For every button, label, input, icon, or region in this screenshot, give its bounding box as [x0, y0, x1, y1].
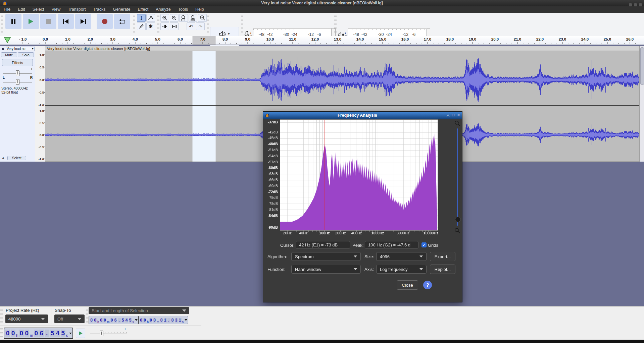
speed-slider-thumb[interactable]: [100, 331, 103, 336]
tools-grip[interactable]: [133, 14, 135, 34]
time-digit: 5: [129, 318, 132, 323]
vertical-scrollbar-thumb[interactable]: [640, 47, 644, 85]
pan-slider-thumb[interactable]: [16, 79, 19, 85]
menu-view[interactable]: View: [48, 6, 64, 13]
selection-start-field[interactable]: 00h00m06.545s: [89, 316, 139, 324]
replot-button[interactable]: Replot...: [430, 265, 455, 274]
time-field-caret-icon[interactable]: [185, 319, 187, 321]
snap-to-combo[interactable]: Off: [54, 315, 85, 323]
stop-button[interactable]: [40, 14, 56, 29]
clip-title-bar[interactable]: Very loud noise Vevor digital ultrasonic…: [45, 46, 639, 51]
zoom-grip[interactable]: [157, 14, 159, 34]
time-digit: 6: [114, 318, 117, 323]
plot-zoom-in-icon[interactable]: [454, 120, 460, 126]
db-label: -69dB: [268, 184, 278, 188]
algorithm-combo[interactable]: Spectrum: [291, 252, 361, 261]
effects-button[interactable]: Effects: [2, 59, 33, 66]
skip-to-end-button[interactable]: [75, 14, 91, 29]
menu-generate[interactable]: Generate: [109, 6, 134, 13]
time-unit: s: [182, 320, 184, 324]
menu-analyze[interactable]: Analyze: [152, 6, 174, 13]
menu-transport[interactable]: Transport: [64, 6, 89, 13]
toolbar-grip[interactable]: [1, 14, 3, 34]
skip-to-start-button[interactable]: [58, 14, 74, 29]
menu-file[interactable]: File: [0, 6, 14, 13]
plot-zoom-slider-track[interactable]: [457, 128, 458, 226]
loop-button[interactable]: [114, 14, 130, 29]
play-at-speed-button[interactable]: [76, 329, 85, 338]
plot-zoom-slider-thumb[interactable]: [455, 217, 461, 222]
grids-checkbox[interactable]: ✓: [422, 242, 427, 247]
multi-tool-button[interactable]: ✱: [146, 22, 155, 30]
record-button[interactable]: [97, 14, 113, 29]
track-collapse-icon[interactable]: ▲: [2, 156, 5, 159]
zoom-toggle-button[interactable]: [198, 14, 207, 22]
size-combo[interactable]: 4096: [376, 252, 427, 261]
selection-tool-button[interactable]: I: [137, 14, 146, 22]
zoom-in-button[interactable]: [160, 14, 169, 22]
envelope-tool-button[interactable]: [146, 14, 155, 22]
vertical-scrollbar[interactable]: [639, 46, 644, 162]
project-rate-value: 48000: [8, 317, 20, 322]
close-icon[interactable]: [639, 3, 642, 6]
export-button[interactable]: Export...: [430, 252, 455, 261]
time-unit: h: [97, 320, 99, 324]
gain-slider-thumb[interactable]: [16, 70, 19, 76]
record-meter-grip[interactable]: [241, 14, 243, 34]
menu-effect[interactable]: Effect: [134, 6, 152, 13]
track-name-dropdown[interactable]: Very loud no ▼: [6, 47, 35, 51]
svg-text:13.0: 13.0: [334, 37, 341, 41]
playhead-triangle-icon[interactable]: [4, 37, 11, 43]
time-field-caret-icon[interactable]: [69, 333, 72, 334]
menu-select[interactable]: Select: [29, 6, 48, 13]
trim-audio-button[interactable]: [160, 22, 169, 30]
dialog-close-icon[interactable]: ✕: [457, 112, 460, 119]
fit-project-button[interactable]: [189, 14, 197, 22]
time-digit: 0: [90, 318, 93, 323]
menu-tools[interactable]: Tools: [175, 6, 192, 13]
menu-help[interactable]: Help: [192, 6, 208, 13]
dialog-maximize-icon[interactable]: □: [452, 112, 454, 119]
selection-fields-grip[interactable]: [86, 307, 88, 324]
selection-toolbar-grip[interactable]: [0, 307, 3, 324]
play-button[interactable]: [23, 14, 39, 29]
dialog-titlebar[interactable]: Frequency Analysis △ □ ✕: [263, 112, 462, 119]
selection-mode-combo[interactable]: Start and Length of Selection: [89, 307, 189, 314]
time-digit: .: [118, 318, 121, 323]
vertical-scale-ruler[interactable]: 1.00.50.0-0.5-1.01.00.50.0-0.5-1.0: [35, 46, 45, 162]
draw-tool-button[interactable]: [137, 22, 146, 30]
menu-tracks[interactable]: Tracks: [89, 6, 109, 13]
maximize-icon[interactable]: [634, 3, 637, 6]
dialog-close-button[interactable]: Close: [397, 280, 418, 290]
project-rate-combo[interactable]: 48000: [5, 315, 48, 323]
solo-button[interactable]: Solo: [18, 52, 34, 57]
spectrum-plot[interactable]: [280, 119, 438, 231]
function-combo[interactable]: Hann window: [291, 265, 361, 274]
algorithm-value: Spectrum: [295, 254, 314, 259]
selection-length-field[interactable]: 00h00m01.031s: [138, 316, 188, 324]
axis-combo[interactable]: Log frequency: [376, 265, 427, 274]
zoom-out-button[interactable]: [170, 14, 179, 22]
dialog-shade-icon[interactable]: △: [447, 112, 449, 119]
time-digit: 0: [143, 318, 146, 323]
play-meter-grip[interactable]: [334, 14, 337, 34]
help-button[interactable]: ?: [423, 281, 432, 289]
redo-button[interactable]: ↷: [196, 22, 205, 30]
undo-button[interactable]: ↶: [187, 22, 195, 30]
mute-button[interactable]: Mute: [1, 52, 17, 57]
silence-audio-button[interactable]: [170, 22, 179, 30]
track-select-button[interactable]: Select: [7, 156, 26, 160]
minimize-icon[interactable]: [629, 3, 632, 6]
zoom-selection-button[interactable]: [179, 14, 188, 22]
menu-edit[interactable]: Edit: [14, 6, 29, 13]
plot-zoom-out-icon[interactable]: [454, 228, 460, 234]
setup-grip[interactable]: [207, 14, 209, 34]
svg-text:23.0: 23.0: [559, 37, 566, 41]
audio-position-field[interactable]: 00h00m06.545s: [4, 328, 73, 339]
db-label: -51dB: [268, 148, 278, 152]
time-unit: s: [66, 333, 68, 338]
pause-button[interactable]: [5, 14, 21, 29]
track-close-icon[interactable]: ✕: [1, 47, 4, 51]
time-field-caret-icon[interactable]: [135, 319, 138, 321]
timeline-ruler[interactable]: - 1.00.01.02.03.04.05.06.07.08.09.010.01…: [0, 36, 644, 45]
